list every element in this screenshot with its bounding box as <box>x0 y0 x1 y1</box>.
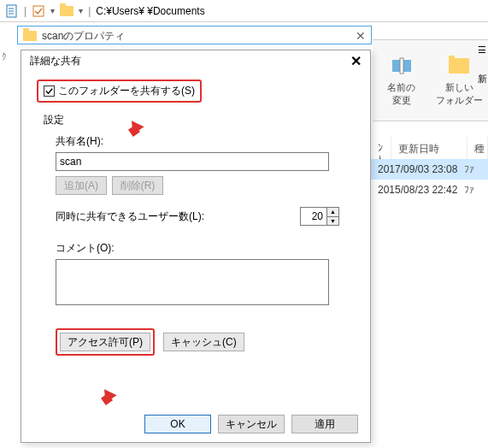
properties-title: scanのプロパティ <box>42 29 125 44</box>
file-date: 2017/09/03 23:08 <box>378 163 464 175</box>
concurrent-users-label: 同時に共有できるユーザー数(L): <box>56 209 204 224</box>
share-folder-highlighted: このフォルダーを共有する(S) <box>37 80 202 103</box>
settings-group-label: 設定 <box>44 113 355 127</box>
add-button[interactable]: 追加(A) <box>56 176 107 195</box>
dialog-title: 詳細な共有 <box>30 54 81 68</box>
dropdown-icon[interactable]: ▾ <box>50 6 55 15</box>
file-type: ﾌｧ <box>464 163 481 175</box>
rename-label: 名前の 変更 <box>387 81 415 107</box>
share-folder-checkbox[interactable] <box>44 85 55 97</box>
dialog-footer: OK キャンセル 適用 <box>144 415 358 433</box>
cache-button[interactable]: キャッシュ(C) <box>163 333 244 351</box>
advanced-sharing-dialog: 詳細な共有 ✕ このフォルダーを共有する(S) 設定 共有名(H): 追加(A)… <box>21 50 371 443</box>
list-item[interactable]: 2015/08/23 22:42 ﾌｧ <box>371 180 488 200</box>
dropdown-icon[interactable]: ▾ <box>79 6 83 15</box>
separator: | <box>88 5 91 17</box>
ribbon-overflow: ☰ 新 <box>474 39 488 91</box>
left-gutter-text: ｸ <box>2 51 9 85</box>
rename-icon <box>390 54 414 78</box>
dialog-titlebar: 詳細な共有 ✕ <box>21 50 370 71</box>
file-date: 2015/08/23 22:42 <box>378 184 464 196</box>
spinner-arrows[interactable]: ▲▼ <box>326 208 338 225</box>
share-name-label: 共有名(H): <box>56 134 355 149</box>
ok-button[interactable]: OK <box>144 415 211 433</box>
share-folder-label: このフォルダーを共有する(S) <box>58 84 195 98</box>
address-bar: | ▾ ▾ | C:¥Users¥ ¥Documents <box>0 0 488 22</box>
close-icon[interactable]: ✕ <box>356 29 366 43</box>
permissions-highlighted: アクセス許可(P) <box>56 328 155 356</box>
doc-icon <box>5 4 19 18</box>
folder-icon <box>60 4 73 18</box>
concurrent-users-input[interactable] <box>301 208 326 225</box>
ribbon: 名前の 変更 新しい フォルダー <box>373 39 488 121</box>
file-list: 2017/09/03 23:08 ﾌｧ 2015/08/23 22:42 ﾌｧ <box>371 159 488 200</box>
permissions-button[interactable]: アクセス許可(P) <box>60 333 150 351</box>
share-name-input[interactable] <box>56 152 329 171</box>
svg-rect-7 <box>400 58 403 74</box>
remove-button[interactable]: 削除(R) <box>112 176 163 195</box>
properties-window: scanのプロパティ ✕ <box>17 26 372 44</box>
file-type: ﾌｧ <box>464 184 481 196</box>
comment-textarea[interactable] <box>56 259 329 305</box>
close-icon[interactable]: ✕ <box>350 53 362 69</box>
apply-button[interactable]: 適用 <box>291 415 358 433</box>
separator: | <box>24 5 26 17</box>
new-folder-icon <box>447 54 471 78</box>
cancel-button[interactable]: キャンセル <box>218 415 285 433</box>
list-item[interactable]: 2017/09/03 23:08 ﾌｧ <box>371 159 488 180</box>
rename-button[interactable]: 名前の 変更 <box>373 40 431 121</box>
ribbon-extra-label: 新 <box>478 73 487 85</box>
comment-label: コメント(O): <box>56 241 355 256</box>
folder-icon <box>23 31 37 41</box>
spin-down-icon[interactable]: ▼ <box>327 217 338 226</box>
address-path[interactable]: C:¥Users¥ ¥Documents <box>96 5 204 17</box>
concurrent-users-spinner[interactable]: ▲▼ <box>300 207 339 226</box>
check-icon[interactable] <box>32 4 45 18</box>
ribbon-extra-icon[interactable]: ☰ <box>478 44 486 56</box>
spin-up-icon[interactable]: ▲ <box>327 208 338 217</box>
svg-rect-4 <box>33 6 44 16</box>
